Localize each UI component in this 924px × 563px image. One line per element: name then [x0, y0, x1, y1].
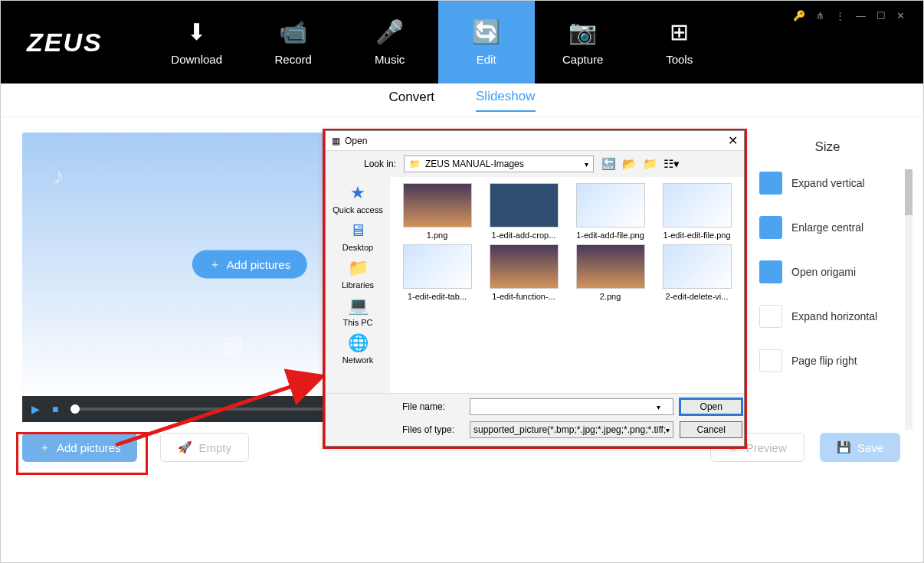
filetype-label: Files of type:	[402, 424, 464, 435]
nav-download[interactable]: ⬇Download	[149, 1, 245, 83]
nav-music[interactable]: 🎤Music	[342, 1, 438, 83]
play-button[interactable]: ▶	[31, 403, 40, 415]
app-header: ZEUS ⬇Download 📹Record 🎤Music 🔄Edit 📷Cap…	[1, 1, 923, 83]
file-thumb-icon	[403, 244, 472, 289]
chevron-down-icon: ▾	[666, 426, 670, 434]
file-item[interactable]: 1-edit-function-...	[483, 244, 565, 301]
size-item-expand-vertical[interactable]: Expand vertical	[755, 161, 900, 205]
dialog-body: ★Quick access 🖥Desktop 📁Libraries 💻This …	[326, 177, 744, 393]
dialog-footer: File name: ▾ Open Files of type: support…	[326, 393, 744, 446]
open-file-dialog: ▦Open ✕ Look in: 📁 ZEUS MANUAL-Images ▾ …	[325, 130, 745, 447]
dialog-toolbar: Look in: 📁 ZEUS MANUAL-Images ▾ 🔙 📂 📁 ☷▾	[326, 151, 744, 177]
folder-icon: 📁	[409, 159, 421, 169]
size-thumb-icon	[759, 305, 782, 328]
preview-label: Preview	[745, 441, 786, 454]
place-network[interactable]: 🌐Network	[342, 333, 373, 365]
libraries-icon: 📁	[348, 258, 369, 278]
file-thumb-icon	[490, 244, 559, 289]
empty-button[interactable]: 🚀 Empty	[160, 433, 249, 462]
back-icon[interactable]: 🔙	[601, 157, 616, 171]
size-thumb-icon	[759, 349, 782, 372]
cancel-button[interactable]: Cancel	[680, 421, 742, 438]
add-pictures-canvas-label: Add pictures	[227, 258, 290, 271]
file-thumb-icon	[576, 244, 645, 289]
filename-label: File name:	[402, 401, 464, 412]
place-quick-access[interactable]: ★Quick access	[333, 183, 382, 214]
plus-icon: ＋	[209, 257, 221, 272]
filetype-dropdown[interactable]: supported_picture(*.bmp;*.jpg;*.jpeg;*.p…	[470, 421, 673, 438]
plus-icon: ＋	[39, 440, 51, 455]
app-small-icon: ▦	[332, 136, 340, 146]
star-icon: ★	[350, 183, 365, 203]
nav-record[interactable]: 📹Record	[245, 1, 342, 83]
view-menu-icon[interactable]: ☷▾	[664, 157, 680, 171]
file-thumb-icon	[490, 183, 559, 227]
sub-tabs: Convert Slideshow	[1, 83, 923, 117]
size-panel: Size Expand vertical Enlarge central Ope…	[755, 133, 900, 383]
size-item-expand-horizontal[interactable]: Expand horizontal	[755, 294, 900, 339]
photo-icon: ▧	[221, 331, 243, 358]
tab-slideshow[interactable]: Slideshow	[476, 89, 536, 112]
download-icon: ⬇	[187, 18, 206, 45]
file-grid: 1.png 1-edit-add-crop... 1-edit-add-file…	[390, 177, 744, 393]
key-icon[interactable]: 🔑	[793, 10, 805, 21]
size-list: Expand vertical Enlarge central Open ori…	[755, 161, 900, 383]
close-icon[interactable]: ✕	[896, 10, 905, 21]
size-item-enlarge-central[interactable]: Enlarge central	[755, 205, 900, 250]
size-item-open-origami[interactable]: Open origami	[755, 250, 900, 294]
new-folder-icon[interactable]: 📁	[643, 157, 657, 171]
rocket-icon: 🚀	[178, 440, 192, 454]
size-thumb-icon	[759, 172, 782, 195]
dialog-title-text: Open	[345, 136, 367, 146]
save-label: Save	[857, 441, 883, 454]
side-scrollbar-thumb[interactable]	[905, 169, 913, 215]
chevron-down-icon: ▾	[585, 160, 588, 169]
nav-edit[interactable]: 🔄Edit	[438, 1, 535, 83]
add-pictures-button[interactable]: ＋ Add pictures	[22, 433, 137, 462]
file-item[interactable]: 1-edit-add-crop...	[483, 183, 565, 240]
share-icon[interactable]: ⋔	[816, 10, 824, 21]
file-thumb-icon	[663, 183, 732, 227]
place-libraries[interactable]: 📁Libraries	[342, 258, 374, 290]
file-item[interactable]: 1-edit-edit-tab...	[396, 244, 478, 301]
menu-icon[interactable]: ⋮	[835, 10, 845, 21]
filename-input[interactable]: ▾	[470, 398, 673, 415]
nav-tools[interactable]: ⊞Tools	[631, 1, 728, 83]
dialog-close-button[interactable]: ✕	[728, 133, 738, 148]
size-item-page-flip-right[interactable]: Page flip right	[755, 339, 900, 383]
seek-thumb[interactable]	[70, 404, 80, 414]
size-thumb-icon	[759, 216, 782, 239]
nav-capture[interactable]: 📷Capture	[535, 1, 631, 83]
music-note-icon: ♪	[53, 163, 64, 189]
add-pictures-canvas-button[interactable]: ＋ Add pictures	[192, 250, 307, 279]
pc-icon: 💻	[348, 296, 369, 316]
place-desktop[interactable]: 🖥Desktop	[342, 221, 373, 252]
file-item[interactable]: 2-edit-delete-vi...	[656, 244, 738, 301]
file-item[interactable]: 1.png	[396, 183, 478, 240]
file-item[interactable]: 2.png	[569, 244, 651, 301]
minimize-icon[interactable]: —	[856, 10, 866, 21]
save-button[interactable]: 💾 Save	[820, 433, 900, 462]
open-button[interactable]: Open	[680, 398, 742, 415]
maximize-icon[interactable]: ☐	[876, 10, 886, 21]
file-item[interactable]: 1-edit-add-file.png	[569, 183, 651, 240]
size-thumb-icon	[759, 260, 782, 283]
lookin-value: ZEUS MANUAL-Images	[425, 159, 524, 169]
file-thumb-icon	[663, 244, 732, 289]
edit-icon: 🔄	[472, 18, 500, 45]
lookin-dropdown[interactable]: 📁 ZEUS MANUAL-Images ▾	[404, 155, 594, 172]
tab-convert[interactable]: Convert	[388, 90, 434, 111]
dialog-titlebar: ▦Open ✕	[326, 131, 744, 151]
app-logo: ZEUS	[27, 28, 103, 57]
desktop-icon: 🖥	[349, 221, 366, 241]
network-icon: 🌐	[348, 333, 369, 353]
stop-button[interactable]: ■	[52, 403, 58, 415]
up-folder-icon[interactable]: 📂	[622, 157, 637, 171]
place-this-pc[interactable]: 💻This PC	[342, 296, 372, 327]
size-panel-title: Size	[755, 133, 900, 161]
empty-label: Empty	[198, 441, 231, 454]
file-thumb-icon	[403, 183, 472, 227]
save-icon: 💾	[837, 440, 851, 454]
file-item[interactable]: 1-edit-edit-file.png	[656, 183, 738, 240]
record-icon: 📹	[279, 18, 307, 45]
